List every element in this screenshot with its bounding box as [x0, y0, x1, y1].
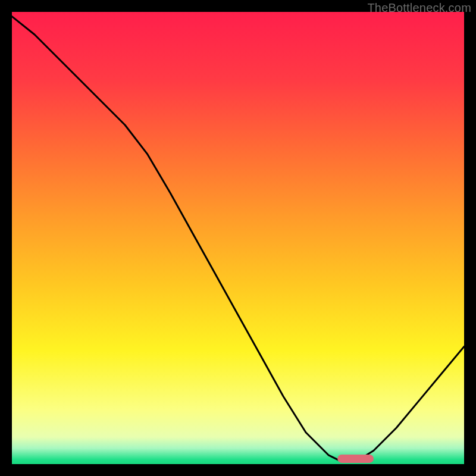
- bottleneck-chart-canvas: [12, 12, 464, 464]
- watermark-label: TheBottleneck.com: [367, 1, 471, 15]
- chart-frame: TheBottleneck.com: [0, 0, 476, 476]
